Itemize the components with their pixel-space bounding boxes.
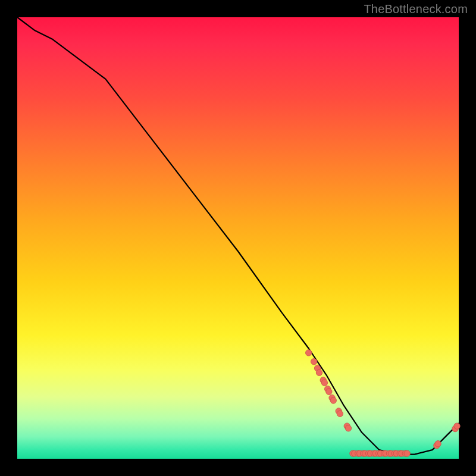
data-point	[330, 397, 336, 403]
data-point	[337, 411, 343, 416]
data-point	[311, 359, 317, 365]
data-point	[306, 350, 312, 356]
data-point	[316, 369, 322, 375]
chart-frame: TheBottleneck.com	[0, 0, 476, 476]
data-point	[345, 425, 351, 431]
attribution-label: TheBottleneck.com	[364, 2, 468, 16]
scatter-points	[306, 350, 461, 457]
plot-area	[17, 17, 459, 459]
data-point	[321, 380, 327, 386]
data-point	[326, 389, 332, 394]
data-point	[435, 441, 441, 447]
bottleneck-curve	[17, 17, 459, 455]
data-point	[404, 450, 410, 456]
chart-svg	[17, 17, 459, 459]
data-point	[454, 423, 460, 429]
